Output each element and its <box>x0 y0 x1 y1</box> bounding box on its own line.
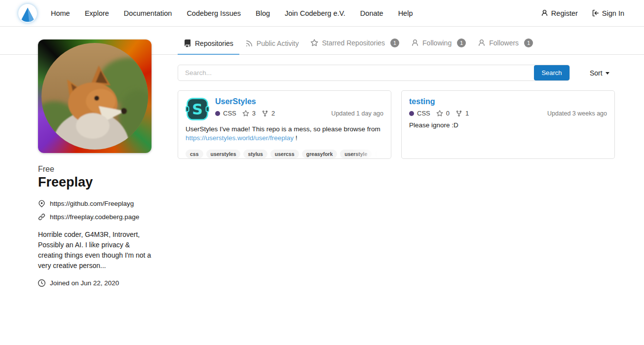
repo-topics: cssuserstylesstylususercssgreasyforkuser… <box>186 150 383 158</box>
repo-card-userstyles: S UserStyles CSS 3 2 Updated 1 day ago <box>178 90 391 159</box>
star-icon <box>310 39 318 47</box>
person-icon <box>541 9 548 17</box>
repo-link-userstyles[interactable]: UserStyles <box>215 97 256 106</box>
repo-updated: Updated 1 day ago <box>331 110 383 117</box>
tab-label: Public Activity <box>257 39 299 47</box>
tab-following[interactable]: Following 1 <box>405 33 472 55</box>
language-label: CSS <box>417 110 430 117</box>
codeberg-logo[interactable] <box>18 4 37 23</box>
star-icon <box>242 110 249 117</box>
star-count: 0 <box>446 110 450 117</box>
sign-in-label: Sign In <box>602 9 624 17</box>
sign-in-button[interactable]: Sign In <box>592 9 624 17</box>
navbar-right: Register Sign In <box>541 9 624 17</box>
nav-item-home[interactable]: Home <box>51 9 70 17</box>
profile-meta: https://github.com/Freeplayg https://fre… <box>38 200 152 221</box>
profile-tabs: Repositories Public Activity Starred Rep… <box>178 33 539 54</box>
tab-public-activity[interactable]: Public Activity <box>239 34 305 55</box>
nav-item-explore[interactable]: Explore <box>85 9 109 17</box>
topic-tag[interactable]: css <box>186 150 203 158</box>
profile-bio: Horrible coder, G4M3R, Introvert, Possib… <box>38 230 152 271</box>
tab-label: Repositories <box>195 39 233 47</box>
tab-starred-repositories[interactable]: Starred Repositories 1 <box>304 33 405 55</box>
user-avatar[interactable] <box>38 39 152 153</box>
repo-description: Please ignore :D <box>409 121 607 130</box>
profile-website-link[interactable]: https://freeplay.codeberg.page <box>50 213 139 221</box>
svg-text:S: S <box>192 101 203 118</box>
nav-item-documentation[interactable]: Documentation <box>124 9 172 17</box>
top-navbar: Home Explore Documentation Codeberg Issu… <box>0 0 644 27</box>
repo-search-group: Search <box>178 65 570 81</box>
topic-tag[interactable]: greasyfork <box>302 150 338 158</box>
star-count: 3 <box>252 110 256 117</box>
rss-icon <box>245 39 253 47</box>
fork-icon <box>262 110 268 117</box>
topic-tag[interactable]: usercss <box>270 150 299 158</box>
repo-description-text: UserStyles I've made! This repo is a mes… <box>186 125 380 133</box>
language-dot <box>409 111 414 116</box>
nav-item-blog[interactable]: Blog <box>256 9 270 17</box>
repo-description: UserStyles I've made! This repo is a mes… <box>186 125 383 143</box>
caret-down-icon <box>606 72 609 75</box>
topic-tag[interactable]: cascading-style-sheets <box>375 150 383 158</box>
search-input[interactable] <box>178 65 534 80</box>
topic-tag[interactable]: stylus <box>243 150 267 158</box>
sort-dropdown[interactable]: Sort <box>590 69 609 77</box>
fork-count: 1 <box>465 110 469 117</box>
profile-website-row: https://freeplay.codeberg.page <box>38 213 152 221</box>
sort-label: Sort <box>590 69 603 77</box>
repo-card-header: S UserStyles CSS 3 2 Updated 1 day ago <box>186 97 383 121</box>
profile-joined-text: Joined on Jun 22, 2020 <box>50 279 119 287</box>
repo-search-row: Search Sort <box>178 65 615 81</box>
link-icon <box>38 213 45 221</box>
register-button[interactable]: Register <box>541 9 578 17</box>
repo-card-testing: testing CSS 0 1 Updated 3 weeks ago Plea… <box>401 90 615 159</box>
tab-label: Followers <box>489 39 519 47</box>
starred-count-badge: 1 <box>390 38 399 47</box>
repo-card-list: S UserStyles CSS 3 2 Updated 1 day ago <box>178 90 615 159</box>
repo-link-testing[interactable]: testing <box>409 97 435 106</box>
tab-label: Starred Repositories <box>322 39 385 47</box>
main-navigation: Home Explore Documentation Codeberg Issu… <box>51 9 427 17</box>
profile-full-name: Free <box>38 165 152 174</box>
search-button[interactable]: Search <box>534 65 569 80</box>
profile-location-row: https://github.com/Freeplayg <box>38 200 152 207</box>
repo-card-headlines: testing CSS 0 1 Updated 3 weeks ago <box>409 97 607 117</box>
main-content: Search Sort S UserStyles <box>178 65 615 159</box>
tab-label: Following <box>422 39 452 47</box>
followers-count-badge: 1 <box>524 38 533 47</box>
language-dot <box>215 111 220 116</box>
language-label: CSS <box>223 110 236 117</box>
repo-description-text: Please ignore :D <box>409 121 458 129</box>
tab-repositories[interactable]: Repositories <box>178 34 239 55</box>
fork-icon <box>455 110 462 117</box>
nav-item-join-codeberg[interactable]: Join Codeberg e.V. <box>285 9 345 17</box>
fox-photo <box>41 43 148 150</box>
topic-tag[interactable]: userstyle <box>340 150 372 158</box>
following-count-badge: 1 <box>457 38 466 47</box>
nav-item-codeberg-issues[interactable]: Codeberg Issues <box>187 9 241 17</box>
repo-card-headlines: UserStyles CSS 3 2 Updated 1 day ago <box>215 97 383 121</box>
person-icon <box>478 39 486 47</box>
profile-joined-row: Joined on Jun 22, 2020 <box>38 279 152 287</box>
repo-icon <box>184 39 191 47</box>
repo-description-link[interactable]: https://userstyles.world/user/freeplay <box>186 134 294 142</box>
sign-in-icon <box>592 9 599 17</box>
profile-sidebar: Free Freeplay https://github.com/Freepla… <box>38 39 152 287</box>
tab-followers[interactable]: Followers 1 <box>472 33 539 55</box>
location-pin-icon <box>38 200 45 207</box>
register-label: Register <box>551 9 578 17</box>
repo-meta-row: CSS 3 2 Updated 1 day ago <box>215 110 383 117</box>
profile-username: Freeplay <box>38 175 152 190</box>
nav-item-help[interactable]: Help <box>398 9 413 17</box>
repo-meta-row: CSS 0 1 Updated 3 weeks ago <box>409 110 607 117</box>
repo-updated: Updated 3 weeks ago <box>547 110 607 117</box>
person-icon <box>411 39 419 47</box>
profile-location-text: https://github.com/Freeplayg <box>50 200 134 207</box>
nav-item-donate[interactable]: Donate <box>360 9 383 17</box>
topic-tag[interactable]: userstyles <box>206 150 241 158</box>
fork-count: 2 <box>271 110 275 117</box>
repo-description-suffix: ! <box>294 134 298 142</box>
star-icon <box>436 110 443 117</box>
repo-avatar-stylus[interactable]: S <box>186 97 209 121</box>
